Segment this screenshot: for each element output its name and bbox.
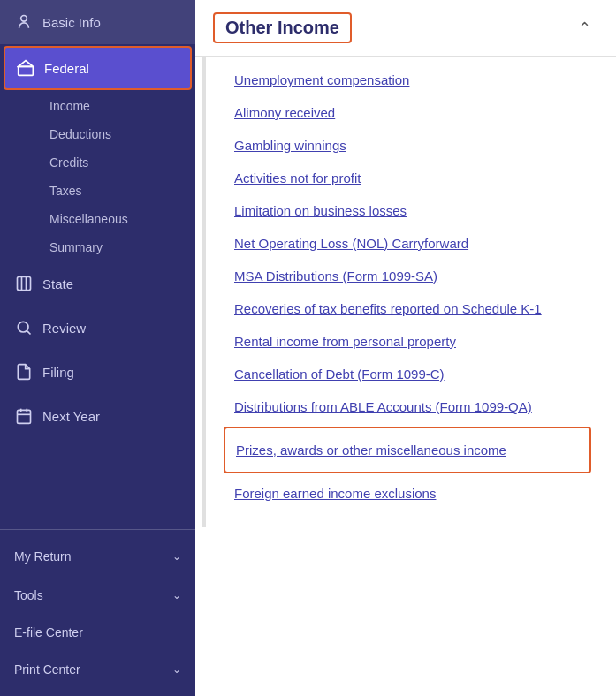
svg-point-0	[21, 16, 27, 22]
calendar-icon	[14, 406, 34, 426]
print-center-chevron-icon: ⌄	[172, 663, 181, 676]
svg-rect-2	[18, 277, 31, 291]
sidebar-item-next-year-label: Next Year	[42, 409, 100, 424]
page-title: Other Income	[213, 12, 352, 43]
sidebar-item-federal[interactable]: Federal	[4, 46, 192, 90]
federal-sub-items: Income Deductions Credits Taxes Miscella…	[0, 92, 195, 261]
tools-accordion[interactable]: Tools ⌄	[0, 576, 195, 615]
income-link-rental-income[interactable]: Rental income from personal property	[224, 325, 591, 358]
svg-line-6	[27, 331, 31, 335]
main-header: Other Income ⌃	[195, 0, 616, 57]
sidebar-item-deductions[interactable]: Deductions	[42, 120, 195, 148]
income-link-foreign-earned[interactable]: Foreign earned income exclusions	[224, 477, 591, 510]
sidebar-item-basic-info[interactable]: Basic Info	[0, 0, 195, 44]
sidebar-item-filing[interactable]: Filing	[0, 350, 195, 394]
sidebar-item-basic-info-label: Basic Info	[42, 15, 101, 30]
sidebar-item-federal-label: Federal	[44, 61, 89, 76]
tools-label: Tools	[14, 588, 43, 602]
income-link-cancellation-debt[interactable]: Cancellation of Debt (Form 1099-C)	[224, 358, 591, 390]
income-link-msa-distributions[interactable]: MSA Distributions (Form 1099-SA)	[224, 260, 591, 292]
svg-rect-1	[19, 66, 34, 75]
income-link-activities-not-profit[interactable]: Activities not for profit	[224, 162, 591, 194]
sidebar-item-next-year[interactable]: Next Year	[0, 394, 195, 438]
print-center-accordion[interactable]: Print Center ⌄	[0, 650, 195, 689]
income-link-nol-carryforward[interactable]: Net Operating Loss (NOL) Carryforward	[224, 227, 591, 260]
sidebar-item-filing-label: Filing	[42, 365, 74, 380]
my-return-accordion[interactable]: My Return ⌄	[0, 537, 195, 576]
income-link-limitation-business[interactable]: Limitation on business losses	[224, 194, 591, 227]
svg-point-5	[18, 322, 28, 332]
sidebar-item-miscellaneous[interactable]: Miscellaneous	[42, 205, 195, 233]
print-center-label: Print Center	[14, 662, 80, 677]
tools-chevron-icon: ⌄	[172, 589, 181, 601]
income-links-container: Unemployment compensationAlimony receive…	[202, 57, 609, 527]
filing-icon	[14, 362, 34, 382]
federal-icon	[16, 58, 35, 78]
main-content: Other Income ⌃ Unemployment compensation…	[195, 0, 616, 696]
income-link-gambling[interactable]: Gambling winnings	[224, 129, 591, 162]
sidebar: Basic Info Federal Income Deductions Cre…	[0, 0, 195, 696]
sidebar-item-summary[interactable]: Summary	[42, 233, 195, 261]
sidebar-nav-top: Basic Info Federal Income Deductions Cre…	[0, 0, 195, 529]
income-link-prizes-awards[interactable]: Prizes, awards or other miscellaneous in…	[224, 427, 591, 473]
sidebar-item-credits[interactable]: Credits	[42, 148, 195, 177]
sidebar-item-taxes[interactable]: Taxes	[42, 177, 195, 205]
sidebar-item-state-label: State	[42, 276, 73, 291]
sidebar-item-review[interactable]: Review	[0, 306, 195, 350]
collapse-button[interactable]: ⌃	[571, 15, 598, 42]
state-icon	[14, 274, 34, 293]
sidebar-bottom: My Return ⌄ Tools ⌄ E-file Center Print …	[0, 529, 195, 696]
sidebar-item-review-label: Review	[42, 321, 86, 336]
person-icon	[14, 12, 34, 32]
income-link-unemployment[interactable]: Unemployment compensation	[224, 64, 591, 96]
income-link-alimony[interactable]: Alimony received	[224, 96, 591, 129]
e-file-center-link[interactable]: E-file Center	[0, 615, 195, 650]
my-return-label: My Return	[14, 549, 72, 564]
income-link-recoveries-tax[interactable]: Recoveries of tax benefits reported on S…	[224, 292, 591, 325]
review-icon	[14, 318, 34, 337]
income-link-able-accounts[interactable]: Distributions from ABLE Accounts (Form 1…	[224, 390, 591, 423]
sidebar-item-state[interactable]: State	[0, 261, 195, 306]
sidebar-item-income[interactable]: Income	[42, 92, 195, 120]
svg-rect-7	[18, 410, 31, 423]
my-return-chevron-icon: ⌄	[172, 550, 181, 563]
